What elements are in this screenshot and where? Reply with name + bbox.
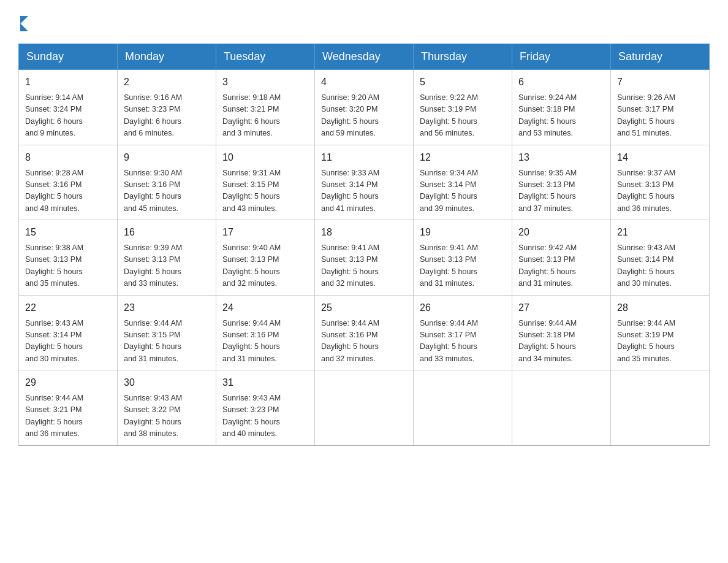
calendar-cell: 2Sunrise: 9:16 AM Sunset: 3:23 PM Daylig…	[118, 70, 216, 145]
day-number: 1	[25, 75, 111, 90]
day-info: Sunrise: 9:20 AM Sunset: 3:20 PM Dayligh…	[321, 92, 407, 140]
day-number: 29	[25, 375, 111, 390]
day-info: Sunrise: 9:41 AM Sunset: 3:13 PM Dayligh…	[420, 242, 506, 290]
day-info: Sunrise: 9:30 AM Sunset: 3:16 PM Dayligh…	[124, 167, 210, 215]
calendar-cell: 3Sunrise: 9:18 AM Sunset: 3:21 PM Daylig…	[216, 70, 315, 145]
day-info: Sunrise: 9:39 AM Sunset: 3:13 PM Dayligh…	[124, 242, 210, 290]
day-number: 9	[124, 150, 210, 165]
day-number: 30	[124, 375, 210, 390]
day-number: 17	[222, 225, 308, 240]
calendar-cell: 13Sunrise: 9:35 AM Sunset: 3:13 PM Dayli…	[512, 145, 611, 220]
day-number: 8	[25, 150, 111, 165]
day-number: 10	[222, 150, 308, 165]
calendar-week-row: 15Sunrise: 9:38 AM Sunset: 3:13 PM Dayli…	[19, 220, 710, 296]
calendar-cell: 28Sunrise: 9:44 AM Sunset: 3:19 PM Dayli…	[611, 295, 710, 370]
day-info: Sunrise: 9:18 AM Sunset: 3:21 PM Dayligh…	[222, 92, 308, 140]
calendar-cell: 17Sunrise: 9:40 AM Sunset: 3:13 PM Dayli…	[216, 220, 315, 296]
day-info: Sunrise: 9:31 AM Sunset: 3:15 PM Dayligh…	[222, 167, 308, 215]
day-info: Sunrise: 9:42 AM Sunset: 3:13 PM Dayligh…	[518, 242, 604, 290]
calendar-cell: 11Sunrise: 9:33 AM Sunset: 3:14 PM Dayli…	[315, 145, 414, 220]
day-info: Sunrise: 9:44 AM Sunset: 3:18 PM Dayligh…	[518, 318, 604, 366]
calendar-cell: 9Sunrise: 9:30 AM Sunset: 3:16 PM Daylig…	[118, 145, 216, 220]
calendar-cell: 1Sunrise: 9:14 AM Sunset: 3:24 PM Daylig…	[19, 70, 118, 145]
calendar-cell	[315, 370, 414, 446]
day-number: 24	[222, 301, 308, 315]
day-number: 19	[420, 225, 506, 240]
day-number: 5	[420, 75, 506, 90]
day-info: Sunrise: 9:44 AM Sunset: 3:17 PM Dayligh…	[420, 318, 506, 366]
calendar-header-thursday: Thursday	[414, 44, 512, 70]
day-info: Sunrise: 9:16 AM Sunset: 3:23 PM Dayligh…	[124, 92, 210, 140]
calendar-cell: 24Sunrise: 9:44 AM Sunset: 3:16 PM Dayli…	[216, 295, 315, 370]
logo	[18, 12, 28, 31]
calendar-cell: 25Sunrise: 9:44 AM Sunset: 3:16 PM Dayli…	[315, 295, 414, 370]
calendar-header-friday: Friday	[512, 44, 611, 70]
calendar-week-row: 29Sunrise: 9:44 AM Sunset: 3:21 PM Dayli…	[19, 370, 710, 446]
calendar-cell: 21Sunrise: 9:43 AM Sunset: 3:14 PM Dayli…	[611, 220, 710, 296]
day-info: Sunrise: 9:33 AM Sunset: 3:14 PM Dayligh…	[321, 167, 407, 215]
day-number: 25	[321, 301, 407, 315]
calendar-header-monday: Monday	[118, 44, 216, 70]
day-info: Sunrise: 9:44 AM Sunset: 3:21 PM Dayligh…	[25, 393, 111, 440]
day-info: Sunrise: 9:43 AM Sunset: 3:14 PM Dayligh…	[25, 318, 111, 366]
day-number: 7	[617, 75, 703, 90]
calendar-cell: 31Sunrise: 9:43 AM Sunset: 3:23 PM Dayli…	[216, 370, 315, 446]
day-number: 22	[25, 301, 111, 315]
day-info: Sunrise: 9:43 AM Sunset: 3:22 PM Dayligh…	[124, 393, 210, 440]
day-number: 14	[617, 150, 703, 165]
calendar-cell: 29Sunrise: 9:44 AM Sunset: 3:21 PM Dayli…	[19, 370, 118, 446]
day-info: Sunrise: 9:40 AM Sunset: 3:13 PM Dayligh…	[222, 242, 308, 290]
day-info: Sunrise: 9:14 AM Sunset: 3:24 PM Dayligh…	[25, 92, 111, 140]
day-info: Sunrise: 9:22 AM Sunset: 3:19 PM Dayligh…	[420, 92, 506, 140]
day-info: Sunrise: 9:26 AM Sunset: 3:17 PM Dayligh…	[617, 92, 703, 140]
day-info: Sunrise: 9:37 AM Sunset: 3:13 PM Dayligh…	[617, 167, 703, 215]
day-info: Sunrise: 9:28 AM Sunset: 3:16 PM Dayligh…	[25, 167, 111, 215]
day-info: Sunrise: 9:44 AM Sunset: 3:19 PM Dayligh…	[617, 318, 703, 366]
day-info: Sunrise: 9:38 AM Sunset: 3:13 PM Dayligh…	[25, 242, 111, 290]
day-info: Sunrise: 9:24 AM Sunset: 3:18 PM Dayligh…	[518, 92, 604, 140]
day-number: 3	[222, 75, 308, 90]
calendar-cell: 19Sunrise: 9:41 AM Sunset: 3:13 PM Dayli…	[414, 220, 512, 296]
day-number: 18	[321, 225, 407, 240]
calendar-week-row: 1Sunrise: 9:14 AM Sunset: 3:24 PM Daylig…	[19, 70, 710, 145]
calendar-cell: 27Sunrise: 9:44 AM Sunset: 3:18 PM Dayli…	[512, 295, 611, 370]
calendar-cell: 8Sunrise: 9:28 AM Sunset: 3:16 PM Daylig…	[19, 145, 118, 220]
day-number: 20	[518, 225, 604, 240]
day-number: 15	[25, 225, 111, 240]
calendar-cell: 7Sunrise: 9:26 AM Sunset: 3:17 PM Daylig…	[611, 70, 710, 145]
day-number: 31	[222, 375, 308, 390]
day-info: Sunrise: 9:44 AM Sunset: 3:16 PM Dayligh…	[321, 318, 407, 366]
calendar-table: SundayMondayTuesdayWednesdayThursdayFrid…	[18, 44, 710, 446]
calendar-header-saturday: Saturday	[611, 44, 710, 70]
day-info: Sunrise: 9:44 AM Sunset: 3:16 PM Dayligh…	[222, 318, 308, 366]
day-number: 6	[518, 75, 604, 90]
calendar-cell	[611, 370, 710, 446]
calendar-cell: 15Sunrise: 9:38 AM Sunset: 3:13 PM Dayli…	[19, 220, 118, 296]
calendar-week-row: 8Sunrise: 9:28 AM Sunset: 3:16 PM Daylig…	[19, 145, 710, 220]
day-number: 27	[518, 301, 604, 315]
calendar-cell	[512, 370, 611, 446]
calendar-header-row: SundayMondayTuesdayWednesdayThursdayFrid…	[19, 44, 710, 70]
day-number: 26	[420, 301, 506, 315]
calendar-cell: 22Sunrise: 9:43 AM Sunset: 3:14 PM Dayli…	[19, 295, 118, 370]
calendar-cell: 16Sunrise: 9:39 AM Sunset: 3:13 PM Dayli…	[118, 220, 216, 296]
day-number: 21	[617, 225, 703, 240]
calendar-header-wednesday: Wednesday	[315, 44, 414, 70]
calendar-header-sunday: Sunday	[19, 44, 118, 70]
day-number: 12	[420, 150, 506, 165]
day-number: 2	[124, 75, 210, 90]
day-info: Sunrise: 9:43 AM Sunset: 3:23 PM Dayligh…	[222, 393, 308, 440]
calendar-cell: 23Sunrise: 9:44 AM Sunset: 3:15 PM Dayli…	[118, 295, 216, 370]
day-number: 4	[321, 75, 407, 90]
calendar-header-tuesday: Tuesday	[216, 44, 315, 70]
calendar-cell: 14Sunrise: 9:37 AM Sunset: 3:13 PM Dayli…	[611, 145, 710, 220]
day-number: 23	[124, 301, 210, 315]
calendar-cell: 10Sunrise: 9:31 AM Sunset: 3:15 PM Dayli…	[216, 145, 315, 220]
day-number: 16	[124, 225, 210, 240]
day-info: Sunrise: 9:41 AM Sunset: 3:13 PM Dayligh…	[321, 242, 407, 290]
calendar-cell: 6Sunrise: 9:24 AM Sunset: 3:18 PM Daylig…	[512, 70, 611, 145]
calendar-cell	[414, 370, 512, 446]
day-number: 13	[518, 150, 604, 165]
day-number: 28	[617, 301, 703, 315]
calendar-cell: 30Sunrise: 9:43 AM Sunset: 3:22 PM Dayli…	[118, 370, 216, 446]
